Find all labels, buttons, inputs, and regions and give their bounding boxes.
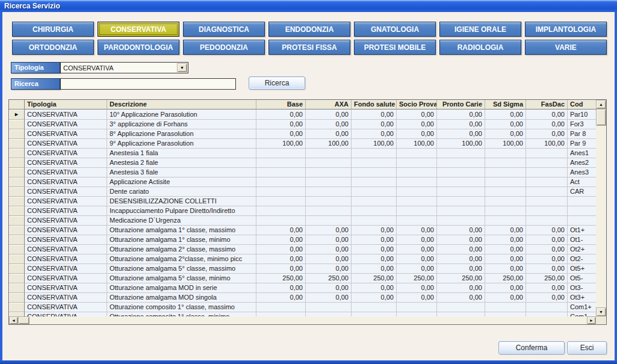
cell-fasdac[interactable]: 0,00 [526,235,568,245]
scroll-down-icon[interactable]: ▼ [596,307,606,316]
cell-cod[interactable]: For3 [568,120,596,129]
cell-descrizione[interactable]: Otturazione amalgama 5° classe, massimo [107,264,256,274]
cell-fasdac[interactable]: 0,00 [526,226,568,235]
cell-descrizione[interactable]: 8° Applicazione Parasolution [107,129,256,139]
cell-sd-sigma[interactable] [485,158,526,168]
cell-descrizione[interactable]: Otturazione amalgama 2°classe, minimo pi… [107,254,256,264]
cell-sd-sigma[interactable]: 0,00 [485,264,526,274]
cell-fondo-salute[interactable] [352,197,397,206]
cell-tipologia[interactable]: CONSERVATIVA [25,216,107,226]
cell-pronto-carie[interactable] [437,216,485,226]
row-selector[interactable] [9,293,25,303]
cell-cod[interactable]: CAR [568,187,596,197]
row-selector[interactable] [9,120,25,129]
column-header-pronto-carie[interactable]: Pronto Carie [437,100,485,110]
cell-descrizione[interactable]: 10° Applicazione Parasolution [107,110,256,120]
cell-socio-prova[interactable] [397,187,437,197]
row-selector[interactable] [9,226,25,235]
cell-axa[interactable]: 0,00 [306,129,352,139]
cell-cod[interactable]: Ot1- [568,235,596,245]
cell-socio-prova[interactable]: 0,00 [397,110,437,120]
category-button-ortodonzia[interactable]: ORTODONZIA [12,40,94,55]
cell-axa[interactable]: 0,00 [306,283,352,293]
category-button-implantologia[interactable]: IMPLANTOLOGIA [525,22,607,37]
cell-base[interactable]: 0,00 [256,245,306,254]
row-selector[interactable] [9,158,25,168]
cell-base[interactable]: 0,00 [256,129,306,139]
cell-fondo-salute[interactable] [352,158,397,168]
row-selector[interactable]: ► [9,110,25,120]
table-row[interactable]: CONSERVATIVADente cariatoCAR [9,187,596,197]
category-button-pedodonzia[interactable]: PEDODONZIA [183,40,265,55]
cell-cod[interactable] [568,206,596,216]
cell-fondo-salute[interactable]: 0,00 [352,235,397,245]
row-selector[interactable] [9,274,25,283]
cell-fondo-salute[interactable]: 0,00 [352,245,397,254]
table-row[interactable]: CONSERVATIVA3° applicazione di Forhans0,… [9,120,596,129]
cell-sd-sigma[interactable] [485,187,526,197]
table-row[interactable]: CONSERVATIVAIncappucciamento Pulpare Dir… [9,206,596,216]
cell-descrizione[interactable]: Otturazione composito 1° classe, minimo [107,312,256,316]
cell-fondo-salute[interactable]: 250,00 [352,274,397,283]
cell-tipologia[interactable]: CONSERVATIVA [25,110,107,120]
chevron-down-icon[interactable]: ▼ [177,63,187,72]
category-button-endodonzia[interactable]: ENDODONZIA [268,22,350,37]
cell-axa[interactable]: 0,00 [306,293,352,303]
cell-socio-prova[interactable] [397,216,437,226]
cell-fondo-salute[interactable]: 0,00 [352,283,397,293]
cell-sd-sigma[interactable]: 0,00 [485,120,526,129]
horizontal-scrollbar[interactable]: ◄ ► [9,316,596,324]
table-row[interactable]: CONSERVATIVAOtturazione amalgama 1° clas… [9,235,596,245]
row-selector[interactable] [9,187,25,197]
cell-sd-sigma[interactable] [485,312,526,316]
cell-base[interactable] [256,177,306,187]
cell-base[interactable]: 0,00 [256,235,306,245]
cell-socio-prova[interactable] [397,168,437,177]
category-button-gnatologia[interactable]: GNATOLOGIA [354,22,436,37]
cell-sd-sigma[interactable]: 0,00 [485,293,526,303]
cell-socio-prova[interactable]: 0,00 [397,120,437,129]
cell-base[interactable] [256,312,306,316]
cell-base[interactable] [256,303,306,312]
cell-socio-prova[interactable]: 250,00 [397,274,437,283]
cell-fasdac[interactable] [526,312,568,316]
cell-fasdac[interactable] [526,303,568,312]
cell-base[interactable]: 100,00 [256,139,306,149]
row-selector[interactable] [9,139,25,149]
cell-axa[interactable]: 100,00 [306,139,352,149]
cell-fondo-salute[interactable] [352,206,397,216]
cell-cod[interactable]: Ot5- [568,274,596,283]
category-button-diagnostica[interactable]: DIAGNOSTICA [183,22,265,37]
cell-sd-sigma[interactable]: 0,00 [485,283,526,293]
cell-socio-prova[interactable]: 0,00 [397,264,437,274]
cell-fondo-salute[interactable] [352,149,397,158]
cell-tipologia[interactable]: CONSERVATIVA [25,303,107,312]
cell-axa[interactable] [306,312,352,316]
cell-pronto-carie[interactable] [437,158,485,168]
cell-axa[interactable] [306,197,352,206]
row-selector[interactable] [9,168,25,177]
cell-cod[interactable]: Ot2+ [568,245,596,254]
column-header-cod[interactable]: Cod [568,100,596,110]
cell-tipologia[interactable]: CONSERVATIVA [25,129,107,139]
ricerca-button[interactable]: Ricerca [249,76,305,90]
table-row[interactable]: CONSERVATIVAOtturazione amalgama 1° clas… [9,226,596,235]
table-row[interactable]: CONSERVATIVAOtturazione amalgama 2° clas… [9,245,596,254]
cell-sd-sigma[interactable]: 0,00 [485,226,526,235]
cell-socio-prova[interactable]: 0,00 [397,226,437,235]
column-header-descrizione[interactable]: Descrizione [107,100,256,110]
cell-tipologia[interactable]: CONSERVATIVA [25,149,107,158]
cell-tipologia[interactable]: CONSERVATIVA [25,206,107,216]
cell-tipologia[interactable]: CONSERVATIVA [25,226,107,235]
column-header-tipologia[interactable]: Tipologia [25,100,107,110]
cell-sd-sigma[interactable] [485,168,526,177]
cell-cod[interactable]: Ot2- [568,254,596,264]
cell-descrizione[interactable]: Otturazione amalgama 1° classe, minimo [107,235,256,245]
cell-cod[interactable]: Ot1+ [568,226,596,235]
category-button-varie[interactable]: VARIE [525,40,607,55]
table-row[interactable]: CONSERVATIVAOtturazione amalgama MOD in … [9,283,596,293]
cell-fondo-salute[interactable]: 0,00 [352,293,397,303]
cell-cod[interactable] [568,216,596,226]
cell-axa[interactable]: 0,00 [306,264,352,274]
cell-pronto-carie[interactable]: 100,00 [437,139,485,149]
